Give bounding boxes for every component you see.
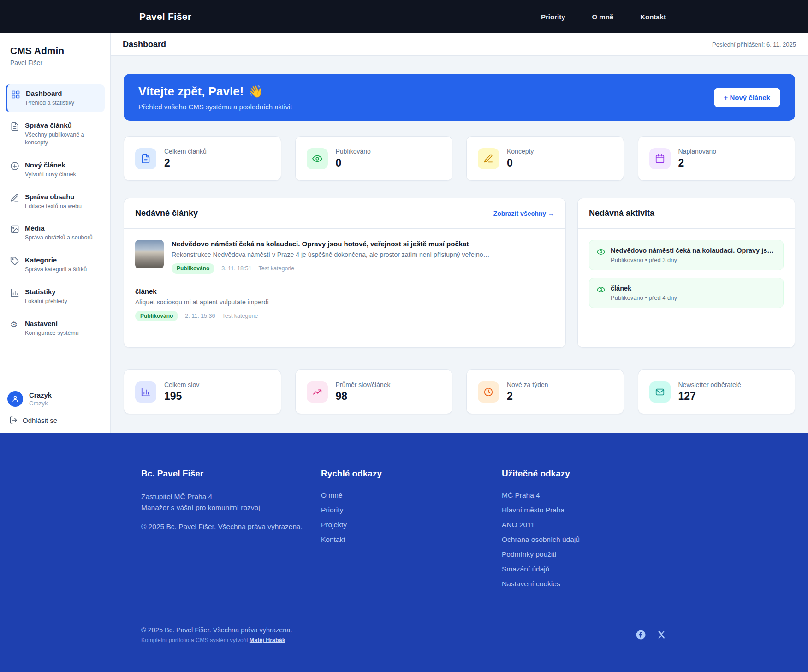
stat-label: Celkem slov [164,381,199,388]
sidebar-item-desc: Editace textů na webu [25,202,82,210]
article-date: 3. 11. 18:51 [221,265,251,272]
footer-link-kontakt[interactable]: Kontakt [321,535,502,544]
footer-link-priority[interactable]: Priority [321,506,502,514]
mail-icon [649,381,671,403]
x-icon[interactable] [656,630,667,640]
article-date: 2. 11. 15:36 [185,313,215,319]
avatar [7,391,23,407]
sidebar-item-novy-clanek[interactable]: Nový článek Vytvořit nový článek [6,156,105,184]
sidebar-item-sprava-obsahu[interactable]: Správa obsahu Editace textů na webu [6,188,105,215]
stat-card-nove-za-tyden: Nové za týden 2 [466,369,624,414]
footer-quick-links-title: Rychlé odkazy [321,469,502,479]
calendar-icon [649,148,671,169]
footer-link-projekty[interactable]: Projekty [321,521,502,529]
brand-link[interactable]: Pavel Fišer [139,11,191,22]
sidebar-item-desc: Vytvořit nový článek [25,171,76,178]
eye-icon [597,248,605,256]
stat-value: 0 [336,157,371,169]
nav-link-o-mne[interactable]: O mně [592,13,613,21]
stat-card-publikovano: Publikováno 0 [295,136,453,181]
recent-activity-panel: Nedávná aktivita Nedvědovo náměstí čeká … [577,198,795,348]
stat-value: 0 [507,157,534,169]
social-links [636,630,667,640]
new-article-button[interactable]: + Nový článek [714,88,780,107]
page-header: Dashboard Poslední přihlášení: 6. 11. 20… [111,33,808,56]
footer-link-o-mne[interactable]: O mně [321,491,502,500]
stat-card-prumer-slov: Průměr slov/článek 98 [295,369,453,414]
footer-about-line2: Manažer s vášní pro komunitní rozvoj [141,502,321,513]
activity-item[interactable]: Nedvědovo náměstí čeká na kolaudaci. Opr… [589,240,784,270]
article-excerpt: Aliquet sociosqu mi at aptent vulputate … [135,298,269,306]
dashboard-content: Vítejte zpět, Pavle!👋 Přehled vašeho CMS… [111,56,808,433]
footer-about-column: Bc. Pavel Fišer Zastupitel MČ Praha 4 Ma… [141,469,321,595]
top-nav-links: Priority O mně Kontakt [541,13,669,21]
sidebar-item-desc: Všechny publikované a koncepty [25,131,100,147]
credit-link[interactable]: Matěj Hrabák [250,637,285,643]
footer-link-ano2011[interactable]: ANO 2011 [502,521,667,529]
bar-chart-icon [10,288,19,297]
sidebar-item-media[interactable]: Média Správa obrázků a souborů [6,219,105,247]
footer-link-podminky[interactable]: Podmínky použití [502,550,667,559]
sidebar-menu: Dashboard Přehled a statistiky Správa čl… [0,76,110,346]
nav-link-kontakt[interactable]: Kontakt [640,13,666,21]
footer-bottom-copyright: © 2025 Bc. Pavel Fišer. Všechna práva vy… [141,626,292,634]
footer-quick-links-column: Rychlé odkazy O mně Priority Projekty Ko… [321,469,502,595]
pencil-icon [478,148,499,169]
footer-link-smazani-udaju[interactable]: Smazání údajů [502,565,667,573]
nav-link-priority[interactable]: Priority [541,13,565,21]
logout-label: Odhlásit se [23,416,57,424]
page-title: Dashboard [123,40,166,49]
activity-meta: Publikováno • před 4 dny [611,294,677,301]
sidebar-item-sprava-clanku[interactable]: Správa článků Všechny publikované a konc… [6,116,105,152]
sidebar-item-label: Správa obsahu [25,193,82,201]
footer-link-mc-praha4[interactable]: MČ Praha 4 [502,491,667,500]
footer-copyright: © 2025 Bc. Pavel Fišer. Všechna práva vy… [141,523,321,531]
stat-card-celkem-clanku: Celkem článků 2 [124,136,281,181]
sidebar-item-label: Správa článků [25,121,100,129]
footer-about-line1: Zastupitel MČ Praha 4 [141,491,321,502]
sidebar-header: CMS Admin Pavel Fišer [0,33,110,76]
logout-button[interactable]: Odhlásit se [7,416,103,424]
article-title: článek [135,287,269,295]
top-navbar: Pavel Fišer Priority O mně Kontakt [0,0,808,33]
facebook-icon[interactable] [636,630,646,640]
sidebar-item-statistiky[interactable]: Statistiky Lokální přehledy [6,283,105,310]
article-thumbnail [135,240,164,268]
sidebar-item-dashboard[interactable]: Dashboard Přehled a statistiky [6,84,105,112]
footer-about-title: Bc. Pavel Fišer [141,469,321,479]
sidebar-item-label: Dashboard [26,89,74,97]
status-badge: Publikováno [135,311,178,321]
footer-useful-links-column: Užitečné odkazy MČ Praha 4 Hlavní město … [502,469,667,595]
article-row[interactable]: Nedvědovo náměstí čeká na kolaudaci. Opr… [135,240,554,274]
footer-link-hlavni-mesto[interactable]: Hlavní město Praha [502,506,667,514]
article-excerpt: Rekonstrukce Nedvědova náměstí v Praze 4… [172,251,490,258]
footer-link-cookies[interactable]: Nastavení cookies [502,580,667,588]
sidebar-item-nastaveni[interactable]: ⚙ Nastavení Konfigurace systému [6,315,105,342]
stat-label: Průměr slov/článek [336,381,391,388]
stat-card-newsletter: Newsletter odběratelé 127 [638,369,796,414]
trending-up-icon [307,381,328,403]
view-all-link[interactable]: Zobrazit všechny → [493,210,554,217]
sidebar-item-label: Kategorie [25,256,87,264]
image-icon [10,225,19,234]
footer-link-ochrana-udaju[interactable]: Ochrana osobních údajů [502,535,667,544]
stat-label: Publikováno [336,148,371,155]
article-category: Test kategorie [222,313,258,319]
user-profile[interactable]: Crazyk Crazyk [7,391,103,407]
sidebar-user-section: Crazyk Crazyk Odhlásit se [0,384,110,433]
stat-value: 2 [164,157,207,169]
pencil-icon [10,193,19,202]
article-category: Test kategorie [258,265,294,272]
article-row[interactable]: článek Aliquet sociosqu mi at aptent vul… [135,287,554,321]
stat-card-celkem-slov: Celkem slov 195 [124,369,281,414]
site-footer: Bc. Pavel Fišer Zastupitel MČ Praha 4 Ma… [0,433,808,672]
stat-label: Koncepty [507,148,534,155]
clock-icon [478,381,499,403]
stat-label: Newsletter odběratelé [678,381,741,388]
sidebar: CMS Admin Pavel Fišer Dashboard Přehled … [0,33,111,433]
footer-useful-links-title: Užitečné odkazy [502,469,667,479]
activity-item[interactable]: článek Publikováno • před 4 dny [589,278,784,308]
status-badge: Publikováno [172,263,214,274]
eye-icon [307,148,328,169]
sidebar-item-kategorie[interactable]: Kategorie Správa kategorii a štítků [6,251,105,279]
